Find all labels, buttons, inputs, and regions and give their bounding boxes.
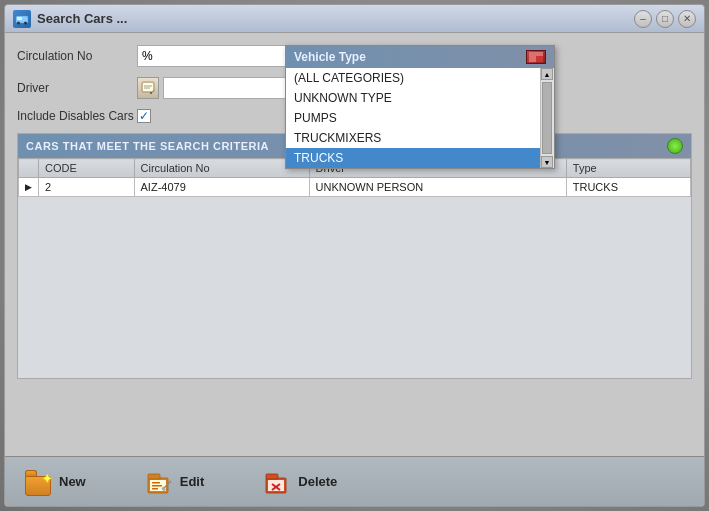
main-content: Circulation No Driver [5, 33, 704, 456]
row-arrow: ▶ [19, 178, 39, 197]
col-code: CODE [39, 159, 135, 178]
edit-icon [146, 468, 174, 496]
svg-point-9 [150, 92, 152, 94]
svg-point-1 [17, 21, 20, 24]
vehicle-option-pumps[interactable]: PUMPS [286, 108, 540, 128]
circulation-label: Circulation No [17, 49, 137, 63]
window-icon [13, 10, 31, 28]
delete-icon [264, 468, 292, 496]
new-icon: ✦ [25, 468, 53, 496]
vehicle-option-unknown[interactable]: UNKNOWN TYPE [286, 88, 540, 108]
new-button[interactable]: ✦ New [25, 468, 86, 496]
minimize-button[interactable]: – [634, 10, 652, 28]
main-window: Search Cars ... – □ ✕ Circulation No Dri… [4, 4, 705, 507]
svg-point-2 [24, 21, 27, 24]
dropdown-flag-icon [526, 50, 546, 64]
svg-rect-16 [152, 482, 160, 484]
row-driver: UNKNOWN PERSON [309, 178, 566, 197]
title-buttons: – □ ✕ [634, 10, 696, 28]
bottom-bar: ✦ New Edit [5, 456, 704, 506]
svg-rect-23 [268, 480, 284, 491]
include-disabled-checkbox[interactable]: ✓ [137, 109, 151, 123]
vehicle-option-all[interactable]: (ALL CATEGORIES) [286, 68, 540, 88]
window-title: Search Cars ... [37, 11, 634, 26]
svg-rect-18 [152, 488, 158, 490]
maximize-button[interactable]: □ [656, 10, 674, 28]
results-status-icon [667, 138, 683, 154]
vehicle-option-truckmixers[interactable]: TRUCKMIXERS [286, 128, 540, 148]
svg-rect-17 [152, 485, 162, 487]
vehicle-type-dropdown[interactable]: Vehicle Type (ALL CATEGORIES) UNKNOWN TY… [285, 45, 555, 169]
edit-button[interactable]: Edit [146, 468, 205, 496]
dropdown-title: Vehicle Type [294, 50, 366, 64]
edit-label: Edit [180, 474, 205, 489]
new-label: New [59, 474, 86, 489]
dropdown-header: Vehicle Type [286, 46, 554, 68]
driver-picker-button[interactable] [137, 77, 159, 99]
col-circulation: Circulation No [134, 159, 309, 178]
scroll-up-button[interactable]: ▲ [541, 68, 553, 80]
row-code: 2 [39, 178, 135, 197]
svg-rect-14 [148, 474, 160, 479]
scroll-down-button[interactable]: ▼ [541, 156, 553, 168]
svg-rect-22 [266, 474, 278, 479]
svg-rect-5 [143, 83, 153, 91]
delete-button[interactable]: Delete [264, 468, 337, 496]
results-area: CODE Circulation No Driver Type ▶ 2 AIZ-… [18, 158, 691, 378]
row-circulation: AIZ-4079 [134, 178, 309, 197]
row-type: TRUCKS [566, 178, 690, 197]
col-arrow [19, 159, 39, 178]
col-type: Type [566, 159, 690, 178]
close-button[interactable]: ✕ [678, 10, 696, 28]
svg-rect-3 [17, 17, 22, 20]
title-bar: Search Cars ... – □ ✕ [5, 5, 704, 33]
delete-label: Delete [298, 474, 337, 489]
driver-label: Driver [17, 81, 137, 95]
results-title: CARS THAT MEET THE SEARCH CRITERIA [26, 140, 269, 152]
scroll-thumb[interactable] [542, 82, 552, 154]
include-disabled-label: Include Disables Cars [17, 109, 137, 123]
vehicle-option-trucks[interactable]: TRUCKS [286, 148, 540, 168]
vehicle-options-list[interactable]: (ALL CATEGORIES) UNKNOWN TYPE PUMPS TRUC… [286, 68, 540, 168]
table-row[interactable]: ▶ 2 AIZ-4079 UNKNOWN PERSON TRUCKS [19, 178, 691, 197]
results-section: CARS THAT MEET THE SEARCH CRITERIA CODE … [17, 133, 692, 379]
